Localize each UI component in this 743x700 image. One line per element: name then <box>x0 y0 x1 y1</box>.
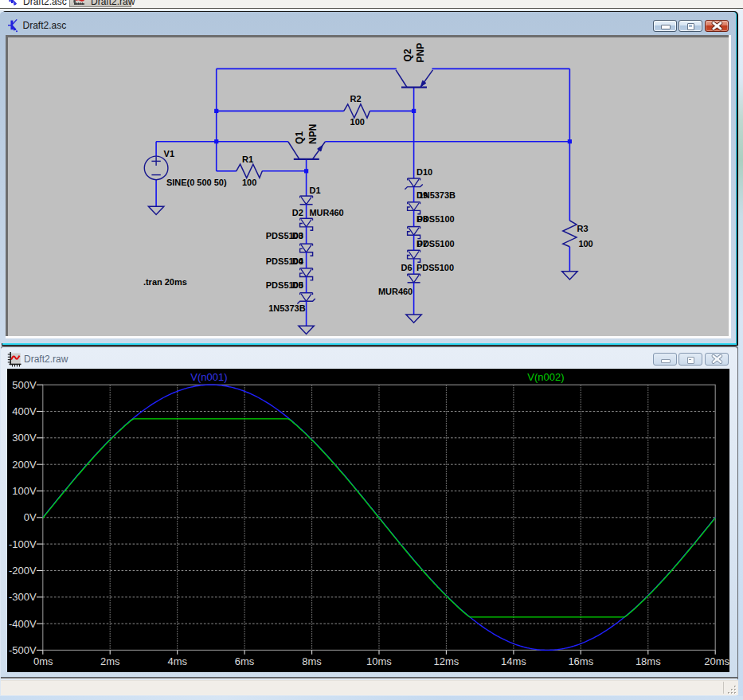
svg-text:16ms: 16ms <box>568 655 593 667</box>
svg-text:V(n001): V(n001) <box>190 370 227 382</box>
svg-text:.tran 20ms: .tran 20ms <box>143 277 187 287</box>
svg-text:R1: R1 <box>242 154 253 164</box>
svg-text:D6: D6 <box>401 263 412 272</box>
svg-text:PDS5100: PDS5100 <box>416 239 454 248</box>
svg-text:-400V: -400V <box>9 617 37 629</box>
svg-text:20ms: 20ms <box>704 655 729 667</box>
svg-text:-100V: -100V <box>9 538 37 549</box>
svg-text:100: 100 <box>350 117 364 127</box>
svg-text:4ms: 4ms <box>167 655 187 667</box>
svg-text:100: 100 <box>242 178 256 187</box>
svg-text:R3: R3 <box>577 224 588 233</box>
svg-text:0ms: 0ms <box>33 655 53 667</box>
svg-text:300V: 300V <box>12 432 37 444</box>
svg-text:PDS5100: PDS5100 <box>416 213 454 223</box>
svg-text:0V: 0V <box>23 511 36 523</box>
svg-text:-200V: -200V <box>9 565 37 577</box>
svg-text:6ms: 6ms <box>234 655 254 667</box>
svg-text:Q1: Q1 <box>293 131 304 143</box>
svg-text:100V: 100V <box>12 485 37 497</box>
svg-text:-300V: -300V <box>9 591 37 603</box>
svg-text:V1: V1 <box>163 148 174 158</box>
svg-text:D5: D5 <box>292 280 303 289</box>
svg-text:10ms: 10ms <box>366 655 392 667</box>
svg-text:MUR460: MUR460 <box>309 207 343 217</box>
svg-text:100: 100 <box>578 238 592 248</box>
svg-text:200V: 200V <box>12 459 37 471</box>
svg-text:D2: D2 <box>292 207 303 217</box>
svg-text:PNP: PNP <box>415 42 426 62</box>
svg-text:500V: 500V <box>12 379 37 391</box>
svg-text:1N5373B: 1N5373B <box>418 190 455 200</box>
svg-text:NPN: NPN <box>307 123 318 143</box>
svg-text:D3: D3 <box>292 231 303 241</box>
svg-text:Draft2.raw: Draft2.raw <box>91 0 135 7</box>
svg-text:V(n002): V(n002) <box>527 370 564 382</box>
svg-text:18ms: 18ms <box>635 655 661 667</box>
svg-text:Q2: Q2 <box>401 49 413 61</box>
svg-text:SINE(0 500 50): SINE(0 500 50) <box>166 178 227 187</box>
svg-text:-500V: -500V <box>9 644 37 656</box>
svg-text:8ms: 8ms <box>302 655 322 667</box>
svg-text:D1: D1 <box>309 185 320 194</box>
svg-text:Draft2.asc: Draft2.asc <box>23 0 67 7</box>
svg-text:R2: R2 <box>350 94 361 104</box>
svg-text:D4: D4 <box>292 256 304 266</box>
svg-text:1N5373B: 1N5373B <box>268 303 305 313</box>
svg-text:400V: 400V <box>12 405 37 417</box>
svg-text:2ms: 2ms <box>100 655 120 667</box>
svg-text:12ms: 12ms <box>433 655 459 667</box>
svg-text:D10: D10 <box>416 166 432 176</box>
svg-text:14ms: 14ms <box>501 655 526 667</box>
svg-text:MUR460: MUR460 <box>378 286 413 295</box>
svg-text:PDS5100: PDS5100 <box>416 263 454 272</box>
